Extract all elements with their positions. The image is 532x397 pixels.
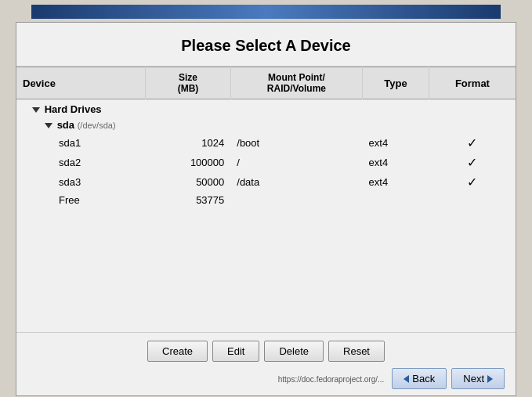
col-header-size: Size(MB) (146, 67, 231, 99)
expand-icon[interactable] (32, 107, 40, 113)
cell-format-free (429, 192, 516, 208)
cell-size-sda3: 50000 (146, 172, 231, 192)
cell-mount-free (230, 192, 362, 208)
next-button[interactable]: Next (451, 368, 505, 389)
delete-button[interactable]: Delete (264, 341, 324, 362)
cell-type-free (363, 192, 429, 208)
cell-mount-sda2: / (230, 153, 362, 172)
cell-mount-sda1: /boot (230, 133, 362, 153)
cell-size-free: 53775 (146, 192, 231, 208)
sda-expand-icon[interactable] (45, 123, 52, 128)
cell-type-sda2: ext4 (363, 153, 429, 172)
sda-group: sda (/dev/sda) (16, 117, 516, 133)
cell-device-sda3: sda3 (16, 172, 146, 192)
col-header-mount: Mount Point/RAID/Volume (230, 67, 362, 99)
cell-size-sda1: 1024 (146, 133, 231, 153)
sda-path: (/dev/sda) (78, 121, 116, 130)
format-check-sda2: ✓ (467, 156, 477, 169)
reset-button[interactable]: Reset (328, 341, 385, 362)
top-bar (31, 5, 501, 19)
url-hint: https://doc.fedoraproject.org/... (27, 375, 387, 384)
action-buttons: Create Edit Delete Reset (27, 341, 505, 362)
hard-drives-group: Hard Drives (16, 99, 516, 117)
sda-label: sda (57, 119, 74, 131)
main-window: Please Select A Device Device Size(MB) M… (16, 22, 516, 396)
nav-buttons: https://doc.fedoraproject.org/... Back N… (27, 368, 505, 389)
table-row: sda2 100000 / ext4 ✓ (16, 153, 516, 172)
table-row: Free 53775 (16, 192, 516, 208)
col-header-type: Type (363, 67, 429, 99)
device-table: Device Size(MB) Mount Point/RAID/Volume … (16, 67, 516, 208)
col-header-format: Format (429, 67, 516, 99)
format-check-sda3: ✓ (467, 175, 477, 189)
create-button[interactable]: Create (147, 341, 208, 362)
table-row: sda3 50000 /data ext4 ✓ (16, 172, 516, 192)
back-arrow-icon (404, 375, 409, 383)
table-row: sda1 1024 /boot ext4 ✓ (16, 133, 516, 153)
cell-device-sda1: sda1 (16, 133, 146, 153)
edit-button[interactable]: Edit (212, 341, 259, 362)
group-label: Hard Drives (45, 103, 102, 115)
cell-format-sda1: ✓ (429, 133, 516, 153)
cell-device-free: Free (16, 192, 146, 208)
back-button[interactable]: Back (392, 368, 447, 389)
table-header-row: Device Size(MB) Mount Point/RAID/Volume … (16, 67, 516, 99)
cell-type-sda1: ext4 (363, 133, 429, 153)
bottom-area: Create Edit Delete Reset https://doc.fed… (16, 332, 516, 395)
cell-device-sda2: sda2 (16, 153, 146, 172)
cell-format-sda2: ✓ (429, 153, 516, 172)
device-table-area: Device Size(MB) Mount Point/RAID/Volume … (16, 67, 516, 332)
cell-mount-sda3: /data (230, 172, 362, 192)
cell-type-sda3: ext4 (363, 172, 429, 192)
cell-size-sda2: 100000 (146, 153, 231, 172)
format-check-sda1: ✓ (467, 136, 477, 150)
page-title: Please Select A Device (16, 23, 516, 67)
col-header-device: Device (16, 67, 146, 99)
next-arrow-icon (487, 375, 493, 383)
cell-format-sda3: ✓ (429, 172, 516, 192)
